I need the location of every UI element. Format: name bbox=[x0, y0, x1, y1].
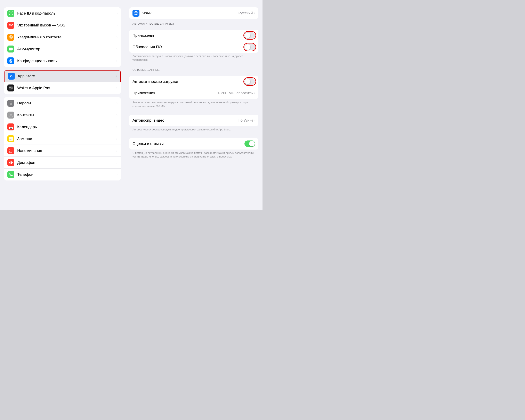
svg-point-4 bbox=[10, 12, 11, 13]
faceid-icon bbox=[7, 10, 14, 17]
ratings-toggle[interactable] bbox=[244, 140, 255, 147]
autoplay-value: По Wi-Fi bbox=[238, 118, 253, 123]
privacy-chevron: › bbox=[116, 59, 118, 63]
ratings-label: Оценки и отзывы bbox=[132, 141, 244, 146]
svg-rect-23 bbox=[11, 104, 11, 104]
appstore-icon bbox=[8, 73, 15, 80]
battery-icon bbox=[7, 46, 14, 53]
passwords-icon bbox=[7, 100, 14, 107]
auto-downloads-apps-toggle[interactable] bbox=[244, 32, 255, 38]
reminders-icon bbox=[7, 147, 14, 154]
sidebar-item-appstore[interactable]: App Store › bbox=[4, 70, 121, 82]
sidebar-item-battery[interactable]: Аккумулятор › bbox=[4, 43, 121, 55]
cellular-auto-dl-label: Автоматические загрузки bbox=[132, 79, 244, 84]
left-panel: Face ID и код-пароль › SOS Экстренный вы… bbox=[0, 0, 125, 210]
autoplay-label: Автовоспр. видео bbox=[132, 118, 238, 123]
auto-downloads-updates-toggle[interactable] bbox=[244, 44, 255, 50]
svg-rect-2 bbox=[9, 14, 10, 15]
contact-chevron: › bbox=[116, 35, 118, 39]
wallet-icon bbox=[7, 84, 14, 92]
sidebar-item-contact[interactable]: Уведомления о контакте › bbox=[4, 31, 121, 43]
ratings-section: Оценки и отзывы bbox=[129, 138, 258, 149]
language-item[interactable]: Язык Русский › bbox=[129, 7, 258, 19]
svg-point-36 bbox=[9, 151, 10, 151]
wallet-chevron: › bbox=[116, 86, 118, 90]
svg-point-8 bbox=[10, 37, 11, 38]
sidebar-item-voice[interactable]: Диктофон › bbox=[4, 157, 121, 168]
auto-downloads-updates-item[interactable]: Обновления ПО bbox=[129, 41, 258, 53]
faceid-label: Face ID и код-пароль bbox=[17, 11, 115, 16]
contacts-icon bbox=[7, 112, 14, 119]
reminders-label: Напоминания bbox=[17, 149, 115, 153]
sidebar-item-contacts[interactable]: Контакты › bbox=[4, 109, 121, 121]
calendar-chevron: › bbox=[116, 125, 118, 129]
cellular-auto-dl-item[interactable]: Автоматические загрузки bbox=[129, 76, 258, 87]
settings-group-apps2: Пароли › Контакты › 21 bbox=[4, 97, 121, 180]
reminders-chevron: › bbox=[116, 149, 118, 153]
sidebar-item-passwords[interactable]: Пароли › bbox=[4, 97, 121, 109]
video-section: Автовоспр. видео По Wi-Fi › bbox=[129, 115, 258, 126]
wallet-label: Wallet и Apple Pay bbox=[17, 86, 115, 90]
sidebar-item-reminders[interactable]: Напоминания › bbox=[4, 145, 121, 157]
sidebar-item-privacy[interactable]: Конфиденциальность › bbox=[4, 55, 121, 67]
svg-point-24 bbox=[10, 114, 12, 115]
ratings-item[interactable]: Оценки и отзывы bbox=[129, 138, 258, 149]
settings-group-apps1: App Store › Wallet и Apple Pay › bbox=[4, 70, 121, 94]
sidebar-item-notes[interactable]: Заметки › bbox=[4, 133, 121, 145]
auto-downloads-section: Приложения Обновления ПО bbox=[129, 30, 258, 53]
language-chevron: › bbox=[254, 11, 255, 15]
svg-point-5 bbox=[11, 12, 12, 13]
cellular-apps-item[interactable]: Приложения > 200 МБ, спросить › bbox=[129, 87, 258, 99]
svg-text:21: 21 bbox=[10, 127, 12, 129]
language-label: Язык bbox=[142, 11, 238, 15]
video-footer: Автоматически воспроизводить видео предп… bbox=[129, 126, 258, 135]
voice-label: Диктофон bbox=[17, 160, 115, 165]
svg-rect-1 bbox=[12, 11, 13, 12]
phone-label: Телефон bbox=[17, 172, 115, 177]
toggle-thumb bbox=[245, 33, 250, 38]
privacy-icon bbox=[7, 57, 14, 64]
sidebar-item-sos[interactable]: SOS Экстренный вызов — SOS › bbox=[4, 19, 121, 31]
passwords-chevron: › bbox=[116, 101, 118, 105]
sidebar-item-wallet[interactable]: Wallet и Apple Pay › bbox=[4, 82, 121, 94]
auto-downloads-apps-label: Приложения bbox=[132, 33, 244, 38]
ratings-footer: С помощью встроенных оценок и отзывов мо… bbox=[129, 149, 258, 162]
sos-icon: SOS bbox=[7, 22, 14, 29]
settings-group-security: Face ID и код-пароль › SOS Экстренный вы… bbox=[4, 7, 121, 67]
auto-downloads-footer: Автоматически загружать новые покупки (в… bbox=[129, 53, 258, 65]
cellular-auto-dl-toggle[interactable] bbox=[244, 78, 255, 85]
notes-chevron: › bbox=[116, 137, 118, 141]
svg-point-7 bbox=[9, 36, 12, 39]
svg-point-37 bbox=[9, 152, 10, 153]
sidebar-item-calendar[interactable]: 21 Календарь › bbox=[4, 121, 121, 133]
faceid-chevron: › bbox=[116, 11, 118, 15]
toggle-thumb-2 bbox=[245, 44, 250, 50]
svg-rect-18 bbox=[11, 88, 12, 89]
contact-icon bbox=[7, 34, 14, 41]
contacts-label: Контакты bbox=[17, 113, 115, 117]
svg-rect-27 bbox=[9, 126, 13, 127]
svg-rect-0 bbox=[9, 11, 10, 12]
autoplay-chevron: › bbox=[254, 119, 255, 122]
language-section: Язык Русский › bbox=[129, 7, 258, 19]
contact-label: Уведомления о контакте bbox=[17, 35, 115, 39]
privacy-label: Конфиденциальность bbox=[17, 59, 115, 63]
svg-rect-3 bbox=[12, 14, 13, 15]
svg-point-35 bbox=[9, 149, 10, 150]
cellular-section: Автоматические загрузки Приложения > 200… bbox=[129, 76, 258, 99]
appstore-chevron: › bbox=[116, 74, 117, 78]
battery-label: Аккумулятор bbox=[17, 47, 115, 51]
globe-icon bbox=[132, 10, 140, 17]
appstore-label: App Store bbox=[18, 74, 114, 78]
svg-rect-14 bbox=[12, 48, 13, 50]
cellular-header: СОТОВЫЕ ДАННЫЕ bbox=[129, 65, 258, 73]
notes-label: Заметки bbox=[17, 137, 115, 141]
auto-downloads-apps-item[interactable]: Приложения bbox=[129, 30, 258, 41]
calendar-label: Календарь bbox=[17, 125, 115, 129]
contacts-chevron: › bbox=[116, 113, 118, 117]
autoplay-item[interactable]: Автовоспр. видео По Wi-Fi › bbox=[129, 115, 258, 126]
sidebar-item-phone[interactable]: Телефон › bbox=[4, 168, 121, 180]
phone-chevron: › bbox=[116, 173, 118, 176]
cellular-apps-label: Приложения bbox=[132, 91, 218, 95]
sidebar-item-faceid[interactable]: Face ID и код-пароль › bbox=[4, 7, 121, 19]
